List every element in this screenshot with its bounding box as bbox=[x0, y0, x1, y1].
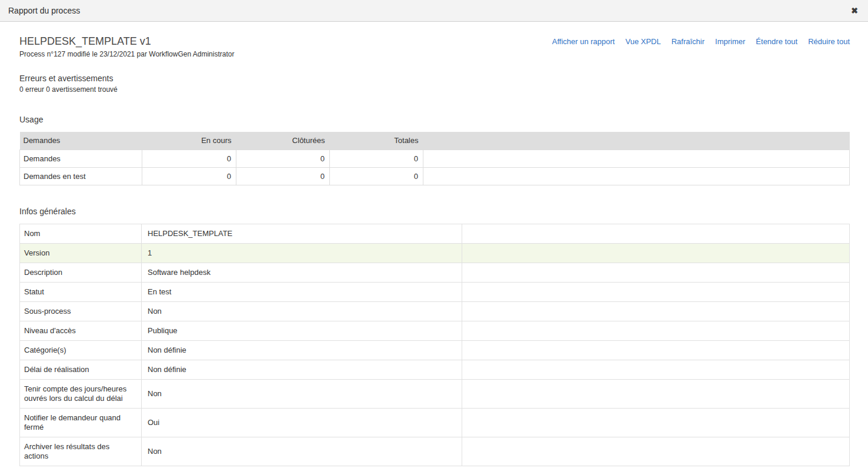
info-value: HELPDESK_TEMPLATE bbox=[142, 224, 462, 243]
info-spacer-cell bbox=[462, 282, 850, 301]
table-row: Demandes 0 0 0 bbox=[20, 150, 850, 167]
info-spacer-cell bbox=[462, 437, 850, 466]
usage-totales-value: 0 bbox=[330, 167, 423, 185]
section-general-info: Infos générales Nom HELPDESK_TEMPLATE Ve… bbox=[19, 207, 850, 466]
table-row: Tenir compte des jours/heures ouvrés lor… bbox=[20, 379, 850, 408]
errors-summary: 0 erreur 0 avertissement trouvé bbox=[19, 85, 850, 94]
table-row: Notifier le demandeur quand fermé Oui bbox=[20, 408, 850, 437]
usage-section-title: Usage bbox=[19, 115, 850, 124]
table-row: Sous-process Non bbox=[20, 301, 850, 321]
info-spacer-cell bbox=[462, 263, 850, 282]
info-label: Tenir compte des jours/heures ouvrés lor… bbox=[20, 379, 142, 408]
info-label: Description bbox=[20, 263, 142, 282]
process-subtitle: Process n°127 modifié le 23/12/2021 par … bbox=[19, 50, 234, 58]
info-spacer-cell bbox=[462, 301, 850, 321]
info-label: Archiver les résultats des actions bbox=[20, 437, 142, 466]
usage-en-cours-value: 0 bbox=[142, 150, 236, 167]
table-row: Catégorie(s) Non définie bbox=[20, 340, 850, 360]
collapse-all-link[interactable]: Réduire tout bbox=[808, 37, 850, 46]
section-errors: Erreurs et avertissements 0 erreur 0 ave… bbox=[19, 74, 850, 94]
usage-cloturees-value: 0 bbox=[236, 167, 330, 185]
usage-en-cours-value: 0 bbox=[142, 167, 236, 185]
expand-all-link[interactable]: Étendre tout bbox=[756, 37, 797, 46]
usage-spacer-cell bbox=[423, 167, 850, 185]
info-value: Non bbox=[142, 301, 462, 321]
info-value: Oui bbox=[142, 408, 462, 437]
table-row: Archiver les résultats des actions Non bbox=[20, 437, 850, 466]
usage-row-label: Demandes bbox=[20, 150, 142, 167]
usage-col-spacer bbox=[423, 132, 850, 150]
info-value: Non bbox=[142, 437, 462, 466]
usage-col-totales: Totales bbox=[330, 132, 423, 150]
usage-row-label: Demandes en test bbox=[20, 167, 142, 185]
usage-header-row: Demandes En cours Clôturées Totales bbox=[20, 132, 850, 150]
usage-col-en-cours: En cours bbox=[142, 132, 236, 150]
usage-cloturees-value: 0 bbox=[236, 150, 330, 167]
info-value: Publique bbox=[142, 321, 462, 340]
errors-section-title: Erreurs et avertissements bbox=[19, 74, 850, 83]
info-label: Nom bbox=[20, 224, 142, 243]
usage-col-cloturees: Clôturées bbox=[236, 132, 330, 150]
report-header: HELPDESK_TEMPLATE v1 Process n°127 modif… bbox=[19, 35, 850, 58]
info-spacer-cell bbox=[462, 408, 850, 437]
show-report-link[interactable]: Afficher un rapport bbox=[552, 37, 615, 46]
print-link[interactable]: Imprimer bbox=[715, 37, 745, 46]
info-value: Software helpdesk bbox=[142, 263, 462, 282]
info-label: Niveau d'accès bbox=[20, 321, 142, 340]
dialog-titlebar: Rapport du process ✖ bbox=[0, 0, 868, 22]
process-title: HELPDESK_TEMPLATE v1 bbox=[19, 35, 234, 47]
info-spacer-cell bbox=[462, 379, 850, 408]
general-info-table: Nom HELPDESK_TEMPLATE Version 1 Descript… bbox=[19, 224, 850, 466]
info-value: En test bbox=[142, 282, 462, 301]
toolbar: Afficher un rapport Vue XPDL Rafraîchir … bbox=[552, 37, 850, 46]
section-usage: Usage Demandes En cours Clôturées Totale… bbox=[19, 115, 850, 185]
info-label: Version bbox=[20, 243, 142, 263]
report-content: HELPDESK_TEMPLATE v1 Process n°127 modif… bbox=[0, 35, 868, 468]
usage-table: Demandes En cours Clôturées Totales Dema… bbox=[19, 132, 850, 185]
general-info-section-title: Infos générales bbox=[19, 207, 850, 216]
info-value: 1 bbox=[142, 243, 462, 263]
info-label: Délai de réalisation bbox=[20, 360, 142, 379]
info-spacer-cell bbox=[462, 224, 850, 243]
close-icon[interactable]: ✖ bbox=[851, 6, 858, 15]
usage-totales-value: 0 bbox=[330, 150, 423, 167]
table-row: Statut En test bbox=[20, 282, 850, 301]
info-label: Notifier le demandeur quand fermé bbox=[20, 408, 142, 437]
info-spacer-cell bbox=[462, 360, 850, 379]
process-title-block: HELPDESK_TEMPLATE v1 Process n°127 modif… bbox=[19, 35, 234, 58]
info-value: Non définie bbox=[142, 340, 462, 360]
table-row: Nom HELPDESK_TEMPLATE bbox=[20, 224, 850, 243]
info-spacer-cell bbox=[462, 321, 850, 340]
table-row: Délai de réalisation Non définie bbox=[20, 360, 850, 379]
info-spacer-cell bbox=[462, 340, 850, 360]
info-value: Non bbox=[142, 379, 462, 408]
xpdl-view-link[interactable]: Vue XPDL bbox=[625, 37, 660, 46]
usage-col-demandes: Demandes bbox=[20, 132, 142, 150]
refresh-link[interactable]: Rafraîchir bbox=[672, 37, 705, 46]
info-label: Sous-process bbox=[20, 301, 142, 321]
info-label: Catégorie(s) bbox=[20, 340, 142, 360]
table-row: Demandes en test 0 0 0 bbox=[20, 167, 850, 185]
table-row: Niveau d'accès Publique bbox=[20, 321, 850, 340]
dialog-title: Rapport du process bbox=[8, 6, 80, 15]
info-label: Statut bbox=[20, 282, 142, 301]
info-value: Non définie bbox=[142, 360, 462, 379]
info-spacer-cell bbox=[462, 243, 850, 263]
table-row: Description Software helpdesk bbox=[20, 263, 850, 282]
table-row: Version 1 bbox=[20, 243, 850, 263]
usage-spacer-cell bbox=[423, 150, 850, 167]
